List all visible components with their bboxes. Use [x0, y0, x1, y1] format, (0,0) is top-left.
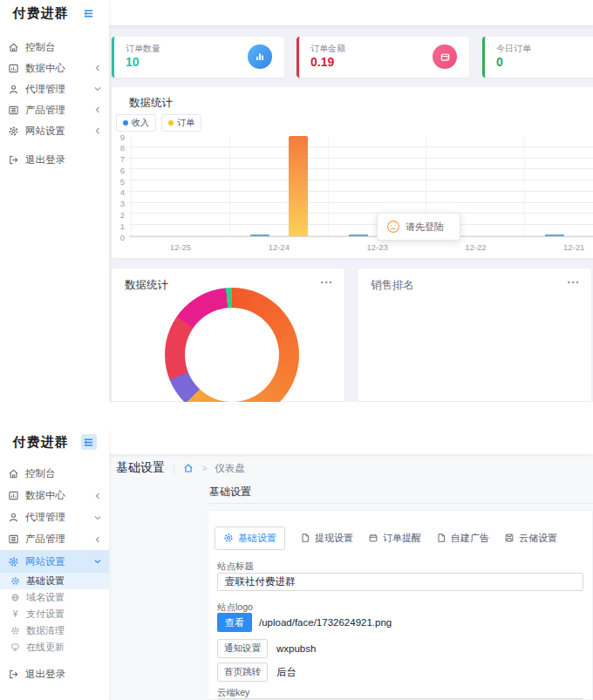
open-tab-basic-settings[interactable]: 基础设置 [209, 485, 251, 500]
x-axis-label: 12-25 [154, 242, 207, 252]
more-icon[interactable]: ... [567, 272, 580, 286]
sidebar-item-data-center[interactable]: 数据中心 [0, 485, 109, 506]
sidebar-item-console[interactable]: 控制台 [0, 37, 109, 58]
legend-income[interactable]: 收入 [116, 114, 156, 132]
breadcrumb-separator: > [201, 464, 207, 473]
sales-rank-card: 销售排名 ... [358, 268, 591, 401]
stat-value: 0.19 [310, 55, 334, 69]
home-jump-value: 后台 [276, 663, 296, 682]
sidebar-item-logout[interactable]: 退出登录 [0, 663, 109, 684]
chart-legend: 收入 订单 [116, 114, 201, 132]
bar-income [349, 234, 368, 236]
sidebar-item-agent[interactable]: 代理管理 [0, 78, 109, 99]
dashboard-screenshot: 订单数量 10 订单金额 0.19 今日订单 0 数据统计 [0, 0, 593, 402]
logo-path: /upload/face/1732624921.png [259, 613, 392, 632]
yen-icon: ¥ [10, 609, 20, 619]
main-area: 基础设置 | > 仪表盘 基础设置 基础设置 提现设置 [109, 429, 593, 700]
stat-value: 0 [496, 55, 503, 69]
sidebar-item-console[interactable]: 控制台 [0, 463, 109, 485]
stat-label: 订单金额 [310, 43, 345, 55]
x-axis-label: 12-23 [351, 242, 404, 252]
data-center-icon [8, 490, 19, 501]
sidebar-item-agent[interactable]: 代理管理 [0, 506, 109, 528]
sidebar-subitem-domain-settings[interactable]: 域名设置 [0, 589, 109, 606]
data-center-icon [8, 63, 19, 74]
chevron-down-icon [94, 514, 101, 521]
tab-order-reminder[interactable]: 订单提醒 [368, 532, 421, 545]
donut-card-title: 数据统计 [125, 278, 168, 293]
home-jump-addon[interactable]: 首页跳转 [217, 663, 268, 682]
sidebar-item-site-settings[interactable]: 网站设置 [0, 120, 109, 141]
tab-cloud-storage[interactable]: 云储设置 [504, 532, 557, 545]
site-logo-label: 站点logo [217, 601, 253, 614]
menu-collapse-icon[interactable] [81, 5, 97, 21]
home-icon [8, 42, 19, 53]
legend-dot-orders [168, 120, 174, 126]
update-icon [10, 642, 20, 652]
sidebar-item-data-center[interactable]: 数据中心 [0, 58, 109, 78]
stat-card-order-count: 订单数量 10 [112, 37, 284, 78]
sidebar-subitem-online-update[interactable]: 在线更新 [0, 639, 109, 656]
logout-icon [8, 154, 19, 166]
chevron-left-icon [94, 65, 101, 71]
chevron-left-icon [94, 536, 101, 543]
main-area: 订单数量 10 订单金额 0.19 今日订单 0 数据统计 [109, 0, 593, 402]
sidebar-item-product[interactable]: 产品管理 [0, 528, 109, 550]
breadcrumb: 基础设置 | > 仪表盘 [116, 460, 245, 476]
clean-icon [10, 626, 20, 635]
sidebar-item-logout[interactable]: 退出登录 [0, 149, 109, 170]
site-title-input[interactable] [217, 573, 583, 591]
x-axis-label: 12-24 [253, 242, 305, 252]
tab-self-ads[interactable]: 自建广告 [436, 532, 489, 545]
chart-tooltip: 请先登陆 [377, 213, 460, 241]
x-axis-label: 12-22 [449, 242, 501, 252]
settings-screenshot: 基础设置 | > 仪表盘 基础设置 基础设置 提现设置 [0, 429, 593, 700]
topbar [109, 0, 593, 25]
logout-icon [8, 669, 19, 680]
topbar [109, 429, 593, 454]
doc-icon [436, 533, 446, 543]
calendar-icon [368, 533, 378, 543]
stat-card-today-orders: 今日订单 0 [482, 37, 593, 78]
menu-collapse-icon[interactable] [81, 434, 97, 450]
tab-divider [208, 503, 593, 504]
bar-orders [289, 136, 308, 236]
gear-icon [10, 576, 20, 586]
sidebar-item-product[interactable]: 产品管理 [0, 99, 109, 120]
sidebar-subitem-data-clean[interactable]: 数据清理 [0, 622, 109, 639]
sidebar-item-site-settings[interactable]: 网站设置 [0, 550, 109, 573]
bar-chart-card: 数据统计 收入 订单 987654321012-2512-2412-2312-2… [112, 87, 593, 258]
bar-income [250, 234, 269, 236]
site-settings-icon [8, 126, 19, 137]
bar-chart-plot: 987654321012-2512-2412-2312-2212-21 [129, 137, 593, 237]
sidebar-nav: 控制台 数据中心 代理管理 产品管理 网站设置 [0, 37, 109, 170]
notify-value: wxpubsh [276, 639, 316, 658]
product-icon [8, 533, 19, 545]
stat-label: 今日订单 [496, 43, 531, 55]
view-logo-button[interactable]: 查看 [217, 613, 252, 632]
home-breadcrumb-icon[interactable] [183, 463, 194, 473]
chevron-left-icon [94, 493, 101, 500]
agent-icon [8, 512, 19, 523]
tab-basic-settings[interactable]: 基础设置 [215, 527, 285, 550]
breadcrumb-item-dashboard[interactable]: 仪表盘 [215, 462, 245, 475]
sad-face-icon [386, 220, 400, 234]
chart-bars-icon [248, 44, 272, 69]
donut-chart [165, 288, 299, 402]
app-title: 付费进群 [13, 434, 69, 451]
tab-withdraw-settings[interactable]: 提现设置 [300, 532, 353, 545]
home-icon [8, 468, 19, 479]
sidebar-subitem-basic-settings[interactable]: 基础设置 [0, 573, 109, 589]
globe-icon [10, 593, 20, 602]
brand: 付费进群 [0, 0, 109, 26]
sidebar-subitem-payment-settings[interactable]: ¥ 支付设置 [0, 606, 109, 622]
chevron-left-icon [94, 106, 101, 113]
site-title-label: 站点标题 [217, 561, 254, 573]
notify-settings-addon[interactable]: 通知设置 [217, 639, 268, 658]
stat-label: 订单数量 [126, 43, 160, 55]
legend-orders[interactable]: 订单 [161, 114, 201, 132]
doc-icon [300, 533, 310, 543]
settings-tabs: 基础设置 提现设置 订单提醒 自建广告 云储设置 [215, 526, 572, 550]
more-icon[interactable]: ... [320, 272, 333, 286]
sidebar: 付费进群 控制台 数据中心 代理管理 产品管理 [0, 0, 109, 402]
